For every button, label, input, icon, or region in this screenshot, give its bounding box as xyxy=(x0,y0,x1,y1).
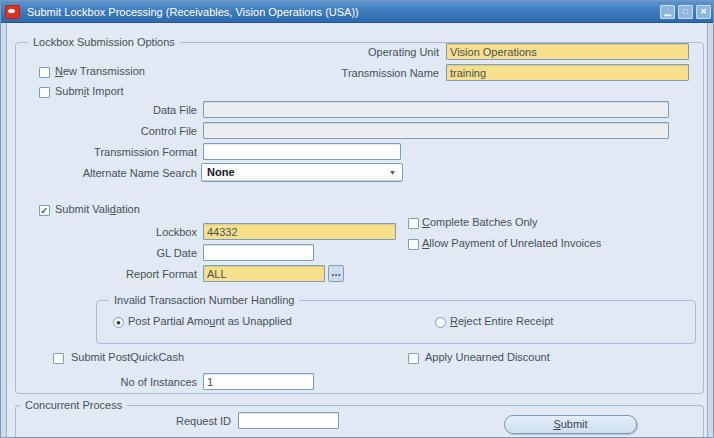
lockbox-label: Lockbox xyxy=(41,226,197,239)
reject-entire-radio-label: Reject Entire Receipt xyxy=(450,315,553,328)
alternate-name-search-value: None xyxy=(207,166,235,178)
control-file-label: Control File xyxy=(41,125,197,138)
apply-unearned-discount-label: Apply Unearned Discount xyxy=(425,351,550,364)
report-format-input[interactable] xyxy=(203,265,325,282)
new-transmission-label: New Transmission xyxy=(55,65,145,78)
window-left-frame-line xyxy=(6,23,7,437)
operating-unit-label: Operating Unit xyxy=(299,46,439,59)
minimize-icon[interactable]: ▁ xyxy=(660,5,675,19)
post-partial-radio-circle[interactable]: ● xyxy=(113,317,124,328)
group-concurrent-process-legend: Concurrent Process xyxy=(20,398,127,412)
transmission-format-label: Transmission Format xyxy=(41,146,197,159)
reject-entire-radio-circle[interactable] xyxy=(435,317,446,328)
group-lockbox-legend: Lockbox Submission Options xyxy=(28,35,180,49)
complete-batches-only-label: Complete Batches Only xyxy=(422,216,538,229)
gl-date-label: GL Date xyxy=(41,247,197,260)
maximize-icon[interactable]: □ xyxy=(678,5,693,19)
chevron-down-icon: ▼ xyxy=(389,169,396,176)
request-id-label: Request ID xyxy=(131,415,231,428)
post-partial-radio-label: Post Partial Amount as Unapplied xyxy=(128,315,292,328)
submit-import-checkbox-box[interactable] xyxy=(39,87,50,98)
data-file-label: Data File xyxy=(41,104,197,117)
control-file-input[interactable] xyxy=(203,122,669,139)
transmission-name-input[interactable] xyxy=(446,64,689,81)
window-right-frame-line xyxy=(707,23,708,437)
submit-validation-checkbox-box[interactable]: ✓ xyxy=(39,205,50,216)
submit-import-label: Submit Import xyxy=(55,85,124,98)
report-format-label: Report Format xyxy=(41,268,197,281)
lockbox-input[interactable] xyxy=(203,223,396,240)
no-of-instances-input[interactable] xyxy=(203,373,314,390)
apply-unearned-discount-checkbox-box[interactable] xyxy=(408,353,419,364)
report-format-lov-icon[interactable]: … xyxy=(328,265,344,282)
window-title: Submit Lockbox Processing (Receivables, … xyxy=(27,1,359,23)
operating-unit-input[interactable] xyxy=(446,43,689,60)
submit-postquickcash-checkbox-box[interactable] xyxy=(53,353,64,364)
request-id-input[interactable] xyxy=(238,412,339,429)
close-icon[interactable]: ✕ xyxy=(696,5,711,19)
group-invalid-txn-legend: Invalid Transaction Number Handling xyxy=(109,293,299,307)
gl-date-input[interactable] xyxy=(203,244,314,261)
new-transmission-checkbox-box[interactable] xyxy=(39,67,50,78)
no-of-instances-label: No of Instances xyxy=(41,376,197,389)
submit-button[interactable]: Submit xyxy=(504,415,637,434)
submit-postquickcash-label: Submit PostQuickCash xyxy=(71,351,184,364)
transmission-format-input[interactable] xyxy=(203,143,401,160)
data-file-input[interactable] xyxy=(203,101,669,118)
oracle-logo-icon xyxy=(5,5,20,19)
allow-payment-unrelated-label: Allow Payment of Unrelated Invoices xyxy=(422,237,601,250)
alternate-name-search-dropdown[interactable]: None ▼ xyxy=(201,163,403,182)
allow-payment-unrelated-checkbox-box[interactable] xyxy=(408,239,419,250)
complete-batches-only-checkbox-box[interactable] xyxy=(408,218,419,229)
window: Submit Lockbox Processing (Receivables, … xyxy=(0,0,714,438)
transmission-name-label: Transmission Name xyxy=(299,67,439,80)
titlebar: Submit Lockbox Processing (Receivables, … xyxy=(1,1,714,23)
alternate-name-search-label: Alternate Name Search xyxy=(41,167,197,180)
window-right-frame xyxy=(708,23,713,437)
submit-validation-label: Submit Validation xyxy=(55,203,140,216)
